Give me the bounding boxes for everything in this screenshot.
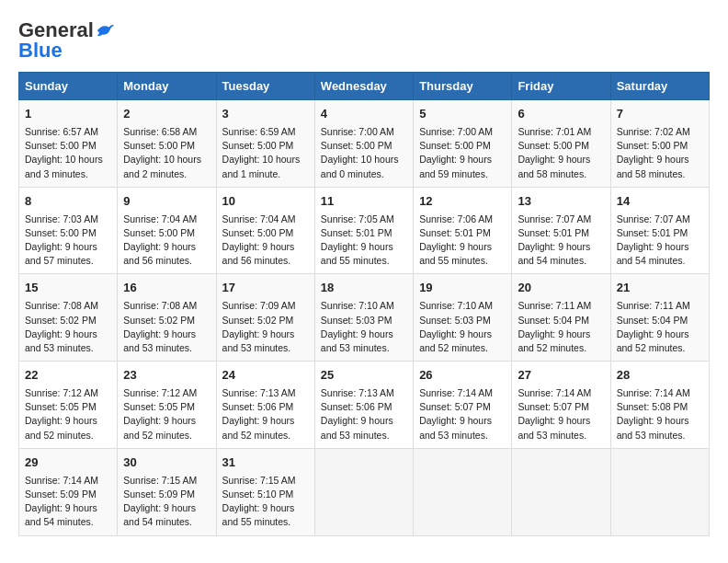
logo: General Blue [18, 18, 116, 63]
day-number: 18 [321, 280, 407, 297]
calendar-cell: 23Sunrise: 7:12 AMSunset: 5:05 PMDayligh… [118, 362, 216, 449]
day-info-line: Daylight: 9 hours [222, 414, 309, 428]
day-number: 26 [419, 367, 506, 385]
calendar-cell: 1Sunrise: 6:57 AMSunset: 5:00 PMDaylight… [19, 100, 118, 188]
day-number: 6 [518, 106, 604, 123]
page-header: General Blue [18, 15, 710, 63]
calendar-cell: 21Sunrise: 7:11 AMSunset: 5:04 PMDayligh… [610, 274, 709, 362]
day-info-line: Sunset: 5:01 PM [419, 226, 506, 240]
calendar-cell: 7Sunrise: 7:02 AMSunset: 5:00 PMDaylight… [610, 100, 709, 188]
day-info-line: Sunset: 5:06 PM [222, 400, 309, 414]
calendar-cell: 22Sunrise: 7:12 AMSunset: 5:05 PMDayligh… [19, 362, 118, 449]
day-info-line: and 58 minutes. [518, 167, 604, 181]
calendar-cell: 17Sunrise: 7:09 AMSunset: 5:02 PMDayligh… [216, 274, 314, 362]
day-info-line: Daylight: 9 hours [25, 327, 111, 341]
calendar-cell [314, 448, 413, 535]
day-info-line: Sunrise: 7:15 AM [222, 474, 309, 488]
day-info-line: Sunset: 5:00 PM [617, 139, 703, 153]
calendar-cell: 31Sunrise: 7:15 AMSunset: 5:10 PMDayligh… [216, 448, 314, 535]
calendar-week-5: 29Sunrise: 7:14 AMSunset: 5:09 PMDayligh… [19, 448, 710, 535]
day-info-line: Sunset: 5:00 PM [123, 226, 210, 240]
day-info-line: and 55 minutes. [222, 515, 309, 529]
day-info-line: and 52 minutes. [419, 341, 506, 355]
day-number: 12 [419, 193, 506, 211]
day-info-line: Daylight: 9 hours [123, 501, 210, 515]
day-info-line: and 56 minutes. [222, 254, 309, 268]
day-info-line: Sunrise: 7:12 AM [123, 386, 210, 400]
day-number: 5 [419, 106, 506, 123]
day-info-line: Daylight: 9 hours [617, 153, 703, 167]
day-info-line: Daylight: 9 hours [25, 414, 111, 428]
day-info-line: Sunset: 5:07 PM [518, 400, 604, 414]
day-info-line: and 53 minutes. [617, 429, 703, 442]
day-info-line: Sunrise: 7:03 AM [25, 213, 111, 226]
header-cell-thursday: Thursday [414, 73, 512, 100]
calendar-cell: 26Sunrise: 7:14 AMSunset: 5:07 PMDayligh… [414, 362, 512, 449]
day-info-line: Daylight: 9 hours [222, 327, 309, 341]
day-info-line: Daylight: 9 hours [222, 501, 309, 515]
day-info-line: and 55 minutes. [321, 254, 407, 268]
header-cell-wednesday: Wednesday [314, 73, 413, 100]
day-number: 19 [419, 280, 506, 297]
day-info-line: and 52 minutes. [123, 429, 210, 442]
calendar-week-1: 1Sunrise: 6:57 AMSunset: 5:00 PMDaylight… [19, 100, 710, 188]
day-info-line: Sunset: 5:03 PM [321, 314, 407, 327]
calendar-week-4: 22Sunrise: 7:12 AMSunset: 5:05 PMDayligh… [19, 362, 710, 449]
day-info-line: Daylight: 9 hours [518, 327, 604, 341]
calendar-cell [610, 448, 709, 535]
calendar-table: SundayMondayTuesdayWednesdayThursdayFrid… [18, 72, 710, 536]
day-info-line: Daylight: 9 hours [123, 414, 210, 428]
day-info-line: Sunset: 5:08 PM [617, 400, 703, 414]
day-info-line: and 53 minutes. [321, 429, 407, 442]
calendar-cell: 2Sunrise: 6:58 AMSunset: 5:00 PMDaylight… [118, 100, 216, 188]
day-info-line: Sunset: 5:00 PM [25, 226, 111, 240]
day-info-line: Daylight: 9 hours [25, 501, 111, 515]
day-info-line: Sunset: 5:00 PM [321, 139, 407, 153]
day-number: 28 [617, 367, 703, 385]
day-number: 7 [617, 106, 703, 123]
header-cell-monday: Monday [118, 73, 216, 100]
calendar-cell: 10Sunrise: 7:04 AMSunset: 5:00 PMDayligh… [216, 187, 314, 274]
day-number: 17 [222, 280, 309, 297]
calendar-week-2: 8Sunrise: 7:03 AMSunset: 5:00 PMDaylight… [19, 187, 710, 274]
calendar-cell: 24Sunrise: 7:13 AMSunset: 5:06 PMDayligh… [216, 362, 314, 449]
calendar-cell: 18Sunrise: 7:10 AMSunset: 5:03 PMDayligh… [314, 274, 413, 362]
day-info-line: Sunrise: 7:15 AM [123, 474, 210, 488]
day-info-line: Daylight: 9 hours [419, 240, 506, 254]
day-number: 4 [321, 106, 407, 123]
day-info-line: Daylight: 9 hours [123, 327, 210, 341]
day-number: 8 [25, 193, 111, 211]
day-info-line: Sunrise: 7:05 AM [321, 213, 407, 226]
day-info-line: Sunset: 5:00 PM [222, 226, 309, 240]
calendar-cell: 19Sunrise: 7:10 AMSunset: 5:03 PMDayligh… [414, 274, 512, 362]
day-info-line: Daylight: 9 hours [419, 414, 506, 428]
day-info-line: Sunrise: 7:14 AM [617, 386, 703, 400]
day-info-line: Sunset: 5:00 PM [222, 139, 309, 153]
day-info-line: Sunset: 5:00 PM [419, 139, 506, 153]
day-number: 15 [25, 280, 111, 297]
day-info-line: and 52 minutes. [25, 429, 111, 442]
day-info-line: and 1 minute. [222, 167, 309, 181]
logo-blue-text: Blue [18, 39, 63, 63]
day-info-line: Sunrise: 7:14 AM [518, 386, 604, 400]
day-number: 1 [25, 106, 111, 123]
day-info-line: Sunset: 5:04 PM [617, 314, 703, 327]
day-info-line: Sunrise: 7:10 AM [419, 299, 506, 313]
day-info-line: Sunset: 5:00 PM [25, 139, 111, 153]
day-info-line: Sunrise: 7:12 AM [25, 386, 111, 400]
calendar-cell: 14Sunrise: 7:07 AMSunset: 5:01 PMDayligh… [610, 187, 709, 274]
day-number: 2 [123, 106, 210, 123]
day-info-line: Sunrise: 7:02 AM [617, 125, 703, 139]
day-number: 27 [518, 367, 604, 385]
day-number: 25 [321, 367, 407, 385]
header-cell-saturday: Saturday [610, 73, 709, 100]
day-info-line: Daylight: 10 hours [25, 153, 111, 167]
day-number: 11 [321, 193, 407, 211]
day-info-line: and 54 minutes. [123, 515, 210, 529]
day-info-line: Daylight: 9 hours [419, 327, 506, 341]
day-info-line: Sunrise: 6:59 AM [222, 125, 309, 139]
day-info-line: Sunset: 5:10 PM [222, 488, 309, 501]
day-info-line: Daylight: 9 hours [617, 240, 703, 254]
header-cell-sunday: Sunday [19, 73, 118, 100]
calendar-cell: 5Sunrise: 7:00 AMSunset: 5:00 PMDaylight… [414, 100, 512, 188]
